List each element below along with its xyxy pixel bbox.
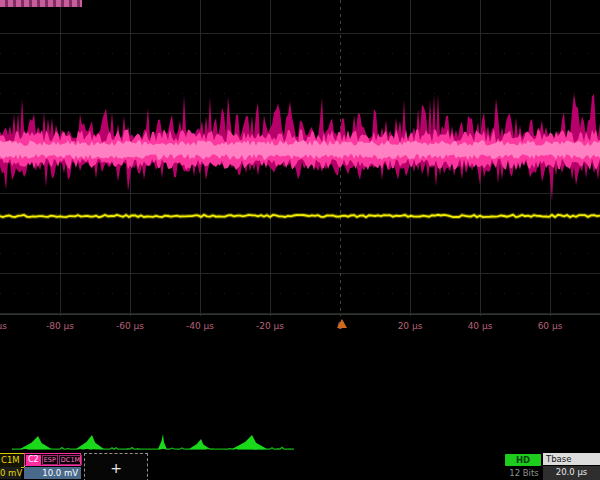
plus-icon: + <box>110 462 122 474</box>
c1-coupling-label: C1M <box>1 455 20 465</box>
measure-histicon[interactable] <box>232 435 267 449</box>
c2-coupling-badge: DC1M <box>59 455 82 465</box>
c2-esp-badge: ESP <box>42 455 58 465</box>
trigger-position-marker[interactable] <box>337 319 347 328</box>
timebase-descriptor[interactable]: Tbase <box>543 453 600 465</box>
measurement-histicon-strip[interactable] <box>0 431 600 452</box>
time-axis-label: -20 µs <box>256 321 284 331</box>
time-axis-label: 20 µs <box>398 321 423 331</box>
time-axis-label: -60 µs <box>116 321 144 331</box>
time-axis-label: -80 µs <box>46 321 74 331</box>
timebase-value: 20.0 µs <box>543 466 600 480</box>
channel-c2-descriptor[interactable]: C2 ESP DC1M <box>24 453 81 466</box>
clipped-top-label <box>0 0 82 7</box>
time-axis-label: 40 µs <box>468 321 493 331</box>
oscilloscope-screen: -100 µs-80 µs-60 µs-40 µs-20 µs020 µs40 … <box>0 0 600 480</box>
measure-histicon[interactable] <box>20 436 52 449</box>
resolution-label: 12 Bits <box>503 467 545 479</box>
c1-scale-value: 0 mV <box>0 467 21 479</box>
measure-histicon[interactable] <box>158 434 167 449</box>
add-trace-button[interactable]: + <box>84 453 148 480</box>
graticule <box>0 0 600 316</box>
measure-histicon[interactable] <box>189 439 210 449</box>
hd-mode-badge[interactable]: HD <box>505 454 541 466</box>
c2-label: C2 <box>26 455 41 465</box>
measurement-table: P1 mean(C1)440 µV363.98 µV263 µV474 µV32… <box>0 340 600 432</box>
time-axis-label: -100 µs <box>0 321 7 331</box>
measure-histicon[interactable] <box>76 435 104 449</box>
c2-scale-value: 10.0 mV <box>24 467 81 479</box>
time-axis-label: -40 µs <box>186 321 214 331</box>
channel-c1-descriptor[interactable]: C1M <box>0 453 25 468</box>
time-axis-label: 60 µs <box>538 321 563 331</box>
